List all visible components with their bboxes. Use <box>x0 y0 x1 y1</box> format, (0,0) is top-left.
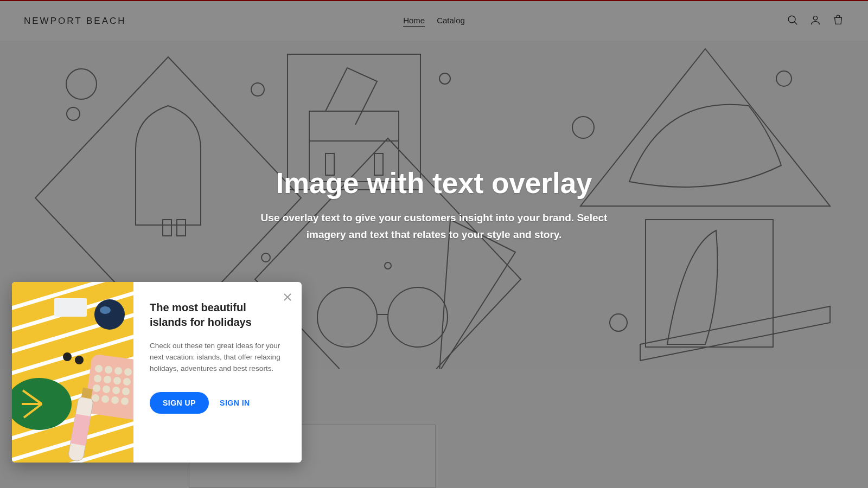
svg-rect-64 <box>81 388 93 399</box>
svg-point-49 <box>123 378 131 386</box>
svg-point-40 <box>75 356 84 364</box>
signin-button[interactable]: SIGN IN <box>220 399 250 407</box>
popup-image <box>12 282 133 463</box>
hero-title: Image with text overlay <box>276 166 592 200</box>
svg-rect-36 <box>54 298 87 317</box>
svg-point-57 <box>121 397 129 405</box>
svg-point-47 <box>104 376 111 383</box>
popup-body: The most beautiful islands for holidays … <box>133 282 302 463</box>
svg-point-48 <box>113 377 121 384</box>
svg-point-42 <box>95 365 103 373</box>
svg-point-50 <box>93 384 100 392</box>
popup-title: The most beautiful islands for holidays <box>150 300 286 330</box>
popup-description: Check out these ten great ideas for your… <box>150 341 286 375</box>
svg-point-45 <box>124 368 132 376</box>
svg-point-52 <box>112 387 120 394</box>
svg-point-56 <box>111 396 119 404</box>
svg-point-54 <box>92 394 99 402</box>
svg-point-51 <box>103 386 110 393</box>
signup-popup: The most beautiful islands for holidays … <box>12 282 302 463</box>
svg-point-53 <box>122 388 130 395</box>
svg-point-46 <box>94 375 101 382</box>
svg-point-43 <box>105 366 112 374</box>
hero-subtitle: Use overlay text to give your customers … <box>250 209 618 243</box>
close-icon[interactable] <box>282 292 293 303</box>
signup-button[interactable]: SIGN UP <box>150 392 209 414</box>
svg-point-55 <box>101 395 109 403</box>
svg-point-44 <box>114 367 122 375</box>
svg-point-37 <box>94 299 125 330</box>
svg-point-39 <box>63 352 72 361</box>
svg-point-38 <box>100 306 111 314</box>
popup-actions: SIGN UP SIGN IN <box>150 392 286 414</box>
